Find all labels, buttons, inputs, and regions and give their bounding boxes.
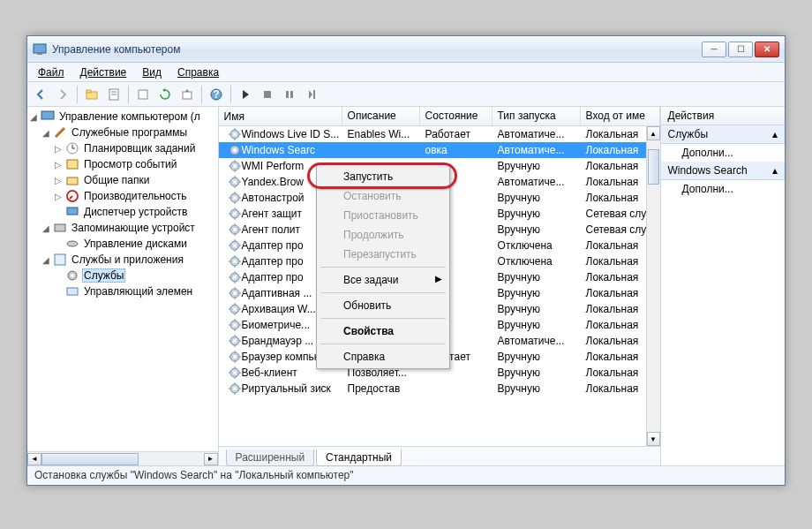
- svg-point-82: [233, 276, 237, 279]
- tree-storage[interactable]: ◢Запоминающие устройст: [27, 220, 218, 236]
- export-list-icon[interactable]: [133, 85, 153, 104]
- properties-icon[interactable]: [104, 85, 124, 104]
- restart-service-icon[interactable]: [302, 85, 321, 104]
- scroll-thumb[interactable]: [648, 149, 659, 185]
- service-startup: Вручную: [492, 367, 581, 379]
- service-row[interactable]: Windows Live ID S...Enables Wi...Работае…: [219, 126, 660, 142]
- scroll-up-arrow[interactable]: ▲: [647, 126, 660, 140]
- menu-action[interactable]: Действие: [73, 64, 134, 80]
- svg-rect-18: [67, 178, 78, 185]
- scroll-right-arrow[interactable]: ►: [204, 453, 218, 465]
- service-gear-icon: [228, 318, 242, 332]
- nav-back-button[interactable]: [31, 85, 50, 104]
- svg-rect-11: [264, 91, 271, 98]
- pause-service-icon[interactable]: [280, 85, 299, 104]
- tree-disk-management[interactable]: Управление дисками: [27, 236, 218, 252]
- svg-rect-23: [55, 254, 65, 265]
- context-menu: Запустить Остановить Приостановить Продо…: [316, 164, 450, 369]
- actions-more-services[interactable]: Дополни...: [661, 144, 785, 162]
- menu-restart: Перезапустить: [319, 245, 447, 264]
- maximize-button[interactable]: ☐: [728, 42, 753, 57]
- tree-event-viewer[interactable]: ▷Просмотр событий: [27, 156, 218, 172]
- menu-all-tasks[interactable]: Все задачи▶: [319, 270, 447, 290]
- svg-point-88: [233, 291, 237, 295]
- menu-refresh[interactable]: Обновить: [319, 296, 447, 315]
- menu-properties[interactable]: Свойства: [319, 321, 447, 341]
- tree-performance[interactable]: ▷Производительность: [27, 188, 218, 204]
- actions-group-services[interactable]: Службы▴: [661, 125, 785, 144]
- menu-help[interactable]: Справка: [319, 347, 447, 367]
- tree-services-apps[interactable]: ◢Службы и приложения: [27, 252, 218, 268]
- navigation-tree[interactable]: ◢Управление компьютером (л ◢Служебные пр…: [27, 107, 219, 465]
- start-service-icon[interactable]: [236, 85, 255, 104]
- stop-service-icon[interactable]: [258, 85, 277, 104]
- computer-icon: [41, 110, 55, 124]
- service-row[interactable]: Windows SearcовкаАвтоматиче...Локальная: [219, 142, 660, 158]
- service-startup: Автоматиче...: [492, 176, 581, 188]
- svg-rect-7: [139, 90, 147, 99]
- services-apps-icon: [53, 253, 67, 267]
- column-startup-type[interactable]: Тип запуска: [492, 107, 581, 125]
- tree-horizontal-scrollbar[interactable]: ◄ ►: [27, 451, 218, 465]
- tab-extended[interactable]: Расширенный: [226, 450, 315, 466]
- tree-system-tools[interactable]: ◢Служебные программы: [27, 125, 218, 140]
- service-name: Windows Live ID S...: [242, 128, 340, 140]
- service-name: Архивация W...: [242, 303, 316, 315]
- scroll-thumb[interactable]: [41, 453, 139, 465]
- svg-point-106: [233, 339, 237, 343]
- nav-forward-button[interactable]: [53, 85, 72, 104]
- service-name: Yandex.Brow: [242, 176, 304, 188]
- service-startup: Автоматиче...: [492, 144, 581, 156]
- column-name[interactable]: Имя: [219, 107, 342, 125]
- titlebar[interactable]: Управление компьютером ─ ☐ ✕: [27, 36, 785, 63]
- actions-group-windows-search[interactable]: Windows Search▴: [661, 162, 785, 180]
- menu-file[interactable]: Файл: [31, 64, 71, 80]
- menu-start[interactable]: Запустить: [319, 167, 447, 186]
- tree-shared-folders[interactable]: ▷Общие папки: [27, 172, 218, 188]
- service-gear-icon: [228, 207, 242, 221]
- scroll-left-arrow[interactable]: ◄: [27, 453, 41, 465]
- service-row[interactable]: Риртуальный зискПредоставВручнуюЛокальна…: [219, 381, 660, 397]
- column-state[interactable]: Состояние: [420, 107, 492, 125]
- svg-point-94: [233, 307, 237, 311]
- svg-rect-14: [313, 90, 315, 99]
- close-button[interactable]: ✕: [755, 42, 779, 57]
- tree-wmi-control[interactable]: Управляющий элемен: [27, 283, 218, 299]
- service-state: Работает: [420, 128, 492, 140]
- service-name: Брандмауэр ...: [242, 335, 314, 347]
- scroll-down-arrow[interactable]: ▼: [647, 432, 660, 446]
- tree-task-scheduler[interactable]: ▷Планировщик заданий: [27, 140, 218, 156]
- svg-point-34: [233, 148, 237, 152]
- service-name: Риртуальный зиск: [242, 382, 331, 395]
- clock-icon: [65, 141, 79, 155]
- service-gear-icon: [228, 286, 242, 300]
- tree-root[interactable]: ◢Управление компьютером (л: [27, 109, 218, 125]
- menu-view[interactable]: Вид: [135, 64, 169, 80]
- service-gear-icon: [228, 254, 242, 268]
- service-gear-icon: [228, 382, 242, 396]
- service-gear-icon: [228, 350, 242, 364]
- column-logon-as[interactable]: Вход от име: [581, 107, 660, 125]
- column-description[interactable]: Описание: [342, 107, 420, 125]
- svg-rect-1: [37, 53, 42, 55]
- svg-point-124: [233, 387, 237, 390]
- export-icon[interactable]: [177, 85, 197, 104]
- tree-device-manager[interactable]: Диспетчер устройств: [27, 204, 218, 220]
- svg-rect-20: [67, 208, 78, 215]
- service-startup: Автоматиче...: [492, 128, 581, 140]
- service-startup: Отключена: [492, 239, 581, 252]
- svg-rect-0: [34, 44, 46, 53]
- service-name: Веб-клиент: [242, 367, 297, 379]
- help-icon[interactable]: ?: [207, 85, 226, 104]
- folder-icon[interactable]: [82, 85, 102, 104]
- actions-panel: Действия Службы▴ Дополни... Windows Sear…: [661, 107, 785, 465]
- menu-help[interactable]: Справка: [170, 64, 226, 80]
- service-startup: Вручную: [492, 223, 581, 236]
- list-vertical-scrollbar[interactable]: ▲ ▼: [646, 126, 660, 446]
- tab-standard[interactable]: Стандартный: [316, 450, 402, 466]
- tree-services[interactable]: Службы: [27, 268, 218, 283]
- refresh-icon[interactable]: [155, 85, 175, 104]
- minimize-button[interactable]: ─: [702, 42, 726, 57]
- actions-more-windows-search[interactable]: Дополни...: [661, 180, 785, 198]
- actions-header: Действия: [661, 107, 785, 125]
